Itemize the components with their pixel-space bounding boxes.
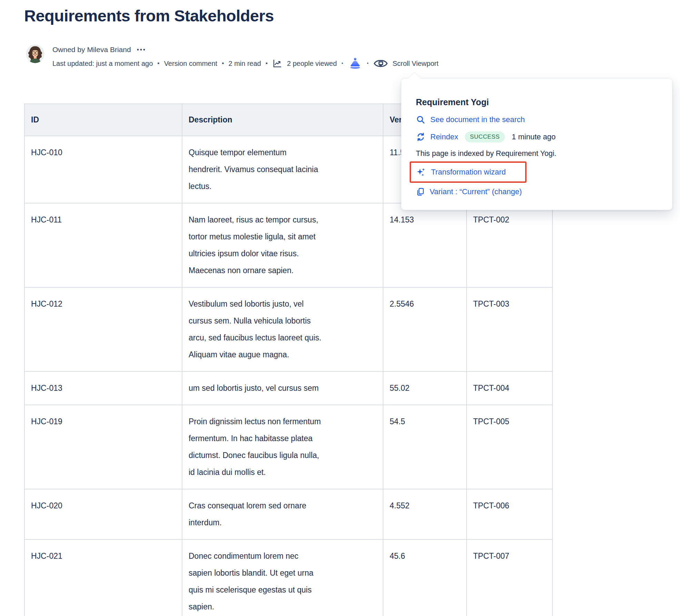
- key-value: TPCT-007: [473, 548, 546, 565]
- cell-description: Nam laoreet, risus ac tempor cursus,tort…: [182, 203, 383, 287]
- table-row: HJC-013 um sed lobortis justo, vel cursu…: [24, 371, 552, 405]
- cell-version: 55.02: [383, 371, 467, 405]
- cell-id: HJC-012: [24, 287, 182, 371]
- cell-key: TPCT-006: [467, 489, 552, 539]
- description-line: Aliquam vitae augue magna.: [189, 346, 377, 363]
- description-line: cursus sem. Nulla vehicula lobortis: [189, 312, 377, 329]
- cell-key: TPCT-007: [467, 539, 552, 616]
- cell-description: Cras consequat lorem sed ornareinterdum.: [182, 489, 383, 539]
- owner-link[interactable]: Owned by Mileva Briand: [52, 46, 131, 54]
- key-value: TPCT-005: [473, 413, 546, 430]
- description-line: sapien lobortis blandit. Ut eget urna: [189, 565, 377, 582]
- description-line: Nam laoreet, risus ac tempor cursus,: [189, 211, 377, 228]
- popup-caret: [408, 72, 421, 86]
- requirement-id: HJC-012: [31, 296, 176, 312]
- description-line: Quisque tempor elementum: [189, 144, 377, 161]
- analytics-icon[interactable]: [272, 59, 282, 68]
- key-value: TPCT-004: [473, 380, 546, 397]
- key-value: TPCT-002: [473, 211, 546, 228]
- variant-link[interactable]: Variant : “Current” (change): [430, 187, 522, 196]
- separator: •: [157, 60, 159, 67]
- separator: •: [222, 60, 224, 67]
- description-line: lectus.: [189, 178, 377, 195]
- description-line: interdum.: [189, 514, 377, 531]
- version-value: 4.552: [390, 497, 460, 514]
- cell-key: TPCT-004: [467, 371, 552, 405]
- requirement-yogi-icon[interactable]: [348, 57, 362, 70]
- version-comment-link[interactable]: Version comment: [164, 60, 218, 68]
- description-line: Vestibulum sed lobortis justo, vel: [189, 296, 377, 312]
- cell-version: 4.552: [383, 489, 467, 539]
- table-row: HJC-019 Proin dignissim lectus non ferme…: [24, 405, 552, 489]
- cell-version: 54.5: [383, 405, 467, 489]
- byline: Owned by Mileva Briand Last updated: jus…: [26, 44, 439, 70]
- requirement-id: HJC-020: [31, 497, 176, 514]
- table-row: HJC-012 Vestibulum sed lobortis justo, v…: [24, 287, 552, 371]
- more-actions-icon[interactable]: [137, 48, 146, 51]
- requirement-id: HJC-019: [31, 413, 176, 430]
- version-value: 2.5546: [390, 296, 460, 312]
- reindex-refresh-icon: [416, 132, 426, 142]
- version-value: 45.6: [390, 548, 460, 565]
- description-line: id lacinia dui mollis et.: [189, 464, 377, 481]
- people-viewed-link[interactable]: 2 people viewed: [287, 60, 337, 68]
- reindex-link[interactable]: Reindex: [430, 132, 458, 141]
- description-line: dictumst. Donec faucibus ligula nulla,: [189, 447, 377, 464]
- column-header-id: ID: [24, 104, 182, 136]
- cell-id: HJC-020: [24, 489, 182, 539]
- version-value: 14.153: [390, 211, 460, 228]
- avatar[interactable]: [26, 44, 44, 63]
- requirement-id: HJC-010: [31, 144, 176, 161]
- description-line: quis mi scelerisque egestas ut quis: [189, 582, 377, 598]
- cell-id: HJC-019: [24, 405, 182, 489]
- status-badge: SUCCESS: [465, 131, 505, 142]
- cell-description: Quisque tempor elementumhendrerit. Vivam…: [182, 136, 383, 203]
- description-line: fermentum. In hac habitasse platea: [189, 430, 377, 447]
- cell-description: Proin dignissim lectus non fermentumferm…: [182, 405, 383, 489]
- cell-version: 2.5546: [383, 287, 467, 371]
- read-time: 2 min read: [228, 60, 261, 68]
- separator-dot: ·: [341, 59, 344, 68]
- requirement-yogi-popup: Requirement Yogi See document in the sea…: [401, 78, 672, 210]
- requirement-id: HJC-021: [31, 548, 176, 565]
- sparkles-icon: [416, 167, 426, 177]
- last-updated-link[interactable]: Last updated: just a moment ago: [52, 60, 153, 68]
- description-line: Donec condimentum lorem nec: [189, 548, 377, 565]
- popup-title: Requirement Yogi: [416, 97, 658, 107]
- indexed-note: This page is indexed by Requirement Yogi…: [416, 149, 658, 158]
- scroll-viewport-label[interactable]: Scroll Viewport: [392, 60, 438, 68]
- page-title: Requirements from Stakeholders: [24, 6, 274, 25]
- description-line: ultricies ipsum dolor vitae risus.: [189, 245, 377, 262]
- cell-id: HJC-010: [24, 136, 182, 203]
- cell-description: Vestibulum sed lobortis justo, velcursus…: [182, 287, 383, 371]
- transformation-wizard-highlight: Transformation wizard: [410, 161, 527, 183]
- separator-dot: ·: [367, 59, 369, 68]
- cell-description: um sed lobortis justo, vel cursus sem: [182, 371, 383, 405]
- separator: •: [266, 60, 268, 67]
- see-document-link[interactable]: See document in the search: [430, 115, 525, 124]
- requirement-id: HJC-011: [31, 211, 176, 228]
- description-line: Cras consequat lorem sed ornare: [189, 497, 377, 514]
- column-header-description: Description: [182, 104, 383, 136]
- table-row: HJC-020 Cras consequat lorem sed ornarei…: [24, 489, 552, 539]
- reindex-time-ago: 1 minute ago: [512, 132, 556, 141]
- cell-id: HJC-021: [24, 539, 182, 616]
- cell-key: TPCT-005: [467, 405, 552, 489]
- cell-description: Donec condimentum lorem necsapien lobort…: [182, 539, 383, 616]
- cell-version: 14.153: [383, 203, 467, 287]
- cell-id: HJC-013: [24, 371, 182, 405]
- requirement-id: HJC-013: [31, 380, 176, 397]
- version-value: 54.5: [390, 413, 460, 430]
- description-line: hendrerit. Vivamus consequat lacinia: [189, 161, 377, 178]
- table-row: HJC-021 Donec condimentum lorem necsapie…: [24, 539, 552, 616]
- description-line: Proin dignissim lectus non fermentum: [189, 413, 377, 430]
- key-value: TPCT-006: [473, 497, 546, 514]
- description-line: um sed lobortis justo, vel cursus sem: [189, 380, 377, 397]
- scroll-viewport-icon: [373, 58, 388, 69]
- search-icon: [416, 115, 426, 125]
- transformation-wizard-link[interactable]: Transformation wizard: [431, 168, 506, 177]
- cell-key: TPCT-003: [467, 287, 552, 371]
- cell-key: TPCT-002: [467, 203, 552, 287]
- cell-id: HJC-011: [24, 203, 182, 287]
- table-row: HJC-011 Nam laoreet, risus ac tempor cur…: [24, 203, 552, 287]
